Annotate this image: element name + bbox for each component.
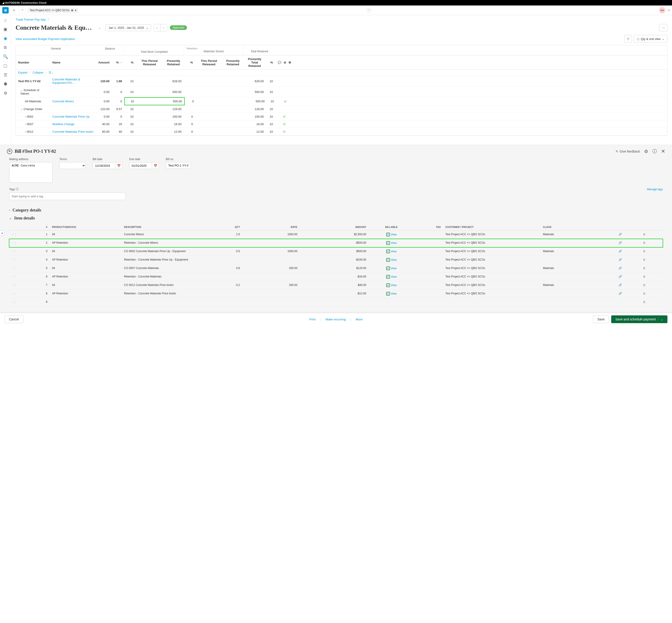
drag-handle-icon[interactable]: ⋮⋮ xyxy=(11,275,17,278)
billable-toggle[interactable]: ✓ View xyxy=(386,258,397,262)
bill-no-input[interactable] xyxy=(166,162,191,169)
billable-toggle[interactable]: ✓ View xyxy=(386,292,397,296)
gear-icon[interactable]: ⚙ xyxy=(288,61,291,64)
table-row[interactable]: 04-Materials Concrete Mixers 0.00 0 10 5… xyxy=(16,97,667,106)
billable-toggle[interactable]: ✓ View xyxy=(386,249,397,253)
members-icon[interactable]: ⚉ xyxy=(3,81,8,87)
link-icon[interactable]: 🔗 xyxy=(618,258,623,261)
delete-icon[interactable]: 🗑 xyxy=(642,258,647,261)
filter-button[interactable]: ▽ xyxy=(624,35,632,43)
date-range-select[interactable]: Jan 1, 2025 - Jan 31, 2025 ⌄ xyxy=(106,24,151,31)
row-name-link[interactable]: Concrete Mixers xyxy=(52,99,74,103)
view-link[interactable]: View xyxy=(391,241,397,245)
row-name-link[interactable]: Concrete Materials & Equipment PO-... xyxy=(52,78,80,85)
table-row[interactable]: Change Order 120.00 8.57 10 128.00 128.0… xyxy=(16,106,667,113)
link-icon[interactable]: 🔗 xyxy=(618,292,623,295)
home-icon[interactable]: ⌂ xyxy=(3,17,8,23)
drag-handle-icon[interactable]: ⋮⋮ xyxy=(11,249,17,253)
back-button[interactable]: ↶ xyxy=(19,7,26,13)
title-dropdown-caret[interactable]: ⌄ xyxy=(96,24,103,31)
give-feedback-button[interactable]: ✎ Give feedback xyxy=(616,150,640,153)
view-link[interactable]: View xyxy=(391,292,397,295)
table-row[interactable]: 0002 Concrete Materials Price Up 0.00 0 … xyxy=(16,113,667,120)
clipboard-icon[interactable]: ☰ xyxy=(3,72,8,78)
col-tpr[interactable]: This Period Released xyxy=(136,56,163,69)
link-icon[interactable]: 🔗 xyxy=(618,284,623,287)
row-name-link[interactable]: Concrete Materials Price Up xyxy=(52,115,90,118)
item-row[interactable]: ⋮⋮ 5 04 CO 0007 Concrete-Materials 0.6 2… xyxy=(9,264,663,273)
item-row[interactable]: ⋮⋮ 6 AP Retention Retention - Concrete-M… xyxy=(9,273,663,281)
bill-settings-icon[interactable]: ⚙ xyxy=(644,149,648,154)
expand-all-link[interactable]: Expand xyxy=(18,71,27,74)
table-row[interactable]: Schedule of Values 0.00 0 10 500.00 500.… xyxy=(16,87,667,97)
more-actions-button[interactable]: ⋯ xyxy=(659,24,667,31)
history-icon[interactable]: ↻ xyxy=(7,149,12,154)
view-link[interactable]: View xyxy=(391,233,397,236)
col-ms-tpr[interactable]: This Period Released xyxy=(195,56,223,69)
delete-icon[interactable]: 🗑 xyxy=(642,284,647,287)
ai-suggestion-badge[interactable]: ✦ xyxy=(0,231,5,236)
delete-icon[interactable]: 🗑 xyxy=(642,241,647,244)
view-toggle[interactable]: ◻ Qty & unit view ⌄ xyxy=(634,35,667,43)
item-row[interactable]: ⋮⋮ 9 🗑 xyxy=(9,298,663,306)
manage-tags-link[interactable]: Manage tags xyxy=(647,188,663,191)
page-icon[interactable]: ▢ xyxy=(3,63,8,68)
item-row[interactable]: ⋮⋮ 4 AP Retention Retention - Concrete M… xyxy=(9,256,663,264)
view-link[interactable]: View xyxy=(391,275,397,278)
table-row[interactable]: 0007 Multiline Change 40.00 20 10 16.00 … xyxy=(16,120,667,128)
make-recurring-button[interactable]: Make recurring xyxy=(326,318,346,321)
link-icon[interactable]: 🔗 xyxy=(618,249,623,253)
document-icon[interactable]: 🗎 xyxy=(3,45,8,50)
drag-handle-icon[interactable]: ⋮⋮ xyxy=(11,241,17,244)
view-link[interactable]: View xyxy=(391,258,397,262)
row-name-link[interactable]: Concrete Materials Price lockin xyxy=(52,130,93,134)
list-view-icon[interactable]: ☰⌄ xyxy=(49,71,54,74)
billable-toggle[interactable]: ✓ View xyxy=(386,267,397,270)
delete-icon[interactable]: 🗑 xyxy=(642,233,647,236)
project-selector[interactable]: Test Project:ACC <> QBO SCOs ▾ xyxy=(27,7,79,13)
camera-icon[interactable]: ▣ xyxy=(3,27,8,32)
prev-period-button[interactable]: ‹ xyxy=(154,24,161,31)
item-row[interactable]: ⋮⋮ 8 AP Retention Retention - Concrete M… xyxy=(9,290,663,298)
col-name[interactable]: Name xyxy=(50,56,96,69)
cancel-button[interactable]: Cancel xyxy=(5,316,23,323)
due-date-calendar-button[interactable]: 📅 xyxy=(152,162,159,169)
col-ms-pct[interactable]: % xyxy=(184,56,195,69)
drag-handle-icon[interactable]: ⋮⋮ xyxy=(11,258,17,261)
bill-date-input[interactable] xyxy=(92,162,115,169)
settings-icon[interactable]: ⚙ xyxy=(3,90,8,96)
check-icon[interactable]: ⊘ xyxy=(284,61,286,64)
billable-toggle[interactable]: ✓ View xyxy=(386,241,397,245)
breadcrumb-link[interactable]: Trade Partner Pay App xyxy=(16,18,46,21)
view-link[interactable]: View xyxy=(391,267,397,270)
item-row[interactable]: ⋮⋮ 1 04 Concrete Mixers 2.5 1000.00 $2,5… xyxy=(9,231,663,239)
mailing-address-input[interactable]: ACME Concrete xyxy=(9,162,53,183)
app-dropdown-caret[interactable]: ▾ xyxy=(10,7,17,14)
drag-handle-icon[interactable]: ⋮⋮ xyxy=(11,300,17,303)
table-row[interactable]: 0012 Concrete Materials Price lockin 80.… xyxy=(16,128,667,136)
col-pr[interactable]: Presently Retained xyxy=(163,56,184,69)
binoculars-icon[interactable]: 🔍 xyxy=(3,54,8,59)
delete-icon[interactable]: 🗑 xyxy=(642,267,647,270)
due-date-input[interactable] xyxy=(129,162,152,169)
view-link[interactable]: View xyxy=(391,284,397,287)
app-switcher-button[interactable]: ▦ xyxy=(2,7,9,13)
collapse-all-link[interactable]: Collapse xyxy=(33,71,44,74)
col-tr-pct[interactable]: % xyxy=(266,56,275,69)
col-pct[interactable]: % ··· xyxy=(112,56,124,69)
link-icon[interactable]: 🔗 xyxy=(618,233,623,236)
drag-handle-icon[interactable]: ⋮⋮ xyxy=(11,292,17,295)
table-row[interactable]: Test PO-1 YY-02 Concrete Materials & Equ… xyxy=(16,76,667,87)
tags-help-icon[interactable]: ⓘ xyxy=(16,187,19,191)
col-ms-pr[interactable]: Presently Retained xyxy=(223,56,243,69)
billable-toggle[interactable]: ✓ View xyxy=(386,284,397,287)
drag-handle-icon[interactable]: ⋮⋮ xyxy=(11,233,17,236)
billable-toggle[interactable]: ✓ View xyxy=(386,275,397,278)
col-number[interactable]: Number xyxy=(16,56,50,69)
delete-icon[interactable]: 🗑 xyxy=(642,249,647,253)
view-link[interactable]: View xyxy=(391,250,397,253)
save-dropdown-caret[interactable]: ⌄ xyxy=(658,318,663,321)
drag-handle-icon[interactable]: ⋮⋮ xyxy=(11,284,17,287)
next-period-button[interactable]: › xyxy=(161,24,167,31)
delete-icon[interactable]: 🗑 xyxy=(642,275,647,278)
